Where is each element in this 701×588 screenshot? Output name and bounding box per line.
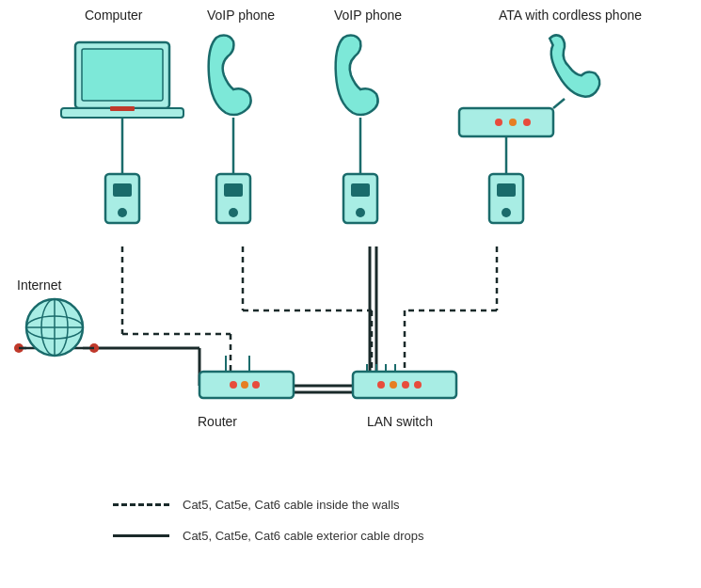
dashed-line-legend bbox=[113, 503, 169, 506]
dashed-legend-text: Cat5, Cat5e, Cat6 cable inside the walls bbox=[183, 498, 400, 512]
svg-point-48 bbox=[241, 381, 248, 389]
svg-point-25 bbox=[118, 208, 127, 217]
svg-rect-20 bbox=[82, 49, 163, 101]
svg-point-34 bbox=[356, 208, 365, 217]
svg-rect-42 bbox=[497, 183, 516, 197]
voip2-adapter bbox=[343, 174, 377, 223]
svg-rect-22 bbox=[110, 106, 135, 111]
router-icon bbox=[199, 356, 294, 398]
legend: Cat5, Cat5e, Cat6 cable inside the walls… bbox=[113, 498, 424, 560]
voip1-adapter bbox=[216, 174, 250, 223]
network-diagram: Computer VoIP phone VoIP phone ATA with … bbox=[0, 0, 701, 588]
computer-adapter bbox=[105, 118, 139, 223]
svg-point-47 bbox=[230, 381, 237, 389]
solid-line-legend bbox=[113, 534, 169, 537]
svg-point-58 bbox=[414, 381, 422, 389]
voip2-icon bbox=[336, 36, 378, 115]
ata-cordless-phone bbox=[542, 26, 604, 108]
solid-legend-text: Cat5, Cat5e, Cat6 cable exterior cable d… bbox=[183, 529, 424, 543]
svg-rect-33 bbox=[351, 183, 370, 197]
svg-point-57 bbox=[402, 381, 409, 389]
svg-point-30 bbox=[229, 208, 238, 217]
svg-rect-29 bbox=[224, 183, 243, 197]
svg-point-37 bbox=[509, 119, 517, 126]
computer-icon bbox=[61, 42, 183, 118]
svg-point-38 bbox=[523, 119, 531, 126]
svg-point-56 bbox=[390, 381, 397, 389]
svg-point-55 bbox=[377, 381, 385, 389]
internet-globe bbox=[26, 299, 83, 356]
svg-line-39 bbox=[553, 99, 565, 108]
svg-point-49 bbox=[252, 381, 260, 389]
svg-point-36 bbox=[495, 119, 502, 126]
voip1-icon bbox=[209, 36, 251, 115]
svg-rect-24 bbox=[113, 183, 132, 197]
ata-device bbox=[459, 108, 553, 136]
svg-point-43 bbox=[502, 208, 511, 217]
svg-rect-35 bbox=[459, 108, 553, 136]
ata-adapter bbox=[489, 174, 523, 223]
